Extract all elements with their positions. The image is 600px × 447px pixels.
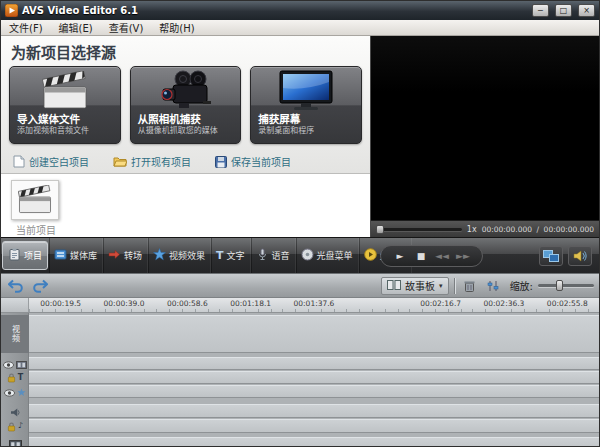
- eye-icon[interactable]: [4, 382, 15, 401]
- video-track-header[interactable]: 视频: [1, 315, 29, 353]
- audio-track-lane[interactable]: [29, 404, 599, 418]
- import-media-button[interactable]: 导入媒体文件 添加视频和音频文件: [9, 66, 121, 144]
- welcome-panel: 为新项目选择源 导入媒体文件 添加视频和音: [1, 36, 371, 237]
- clapperboard-thumbnail: [18, 185, 52, 215]
- preview-screen: [371, 36, 599, 220]
- close-button[interactable]: ×: [578, 4, 595, 17]
- app-icon: [5, 4, 18, 17]
- clapperboard-icon: [17, 69, 113, 113]
- microphone-icon: [256, 248, 269, 263]
- ruler-tick: [346, 298, 409, 312]
- redo-button[interactable]: [30, 277, 49, 295]
- tab-video-effects[interactable]: 视频效果: [148, 238, 211, 273]
- timeline-ruler[interactable]: 00:00:19.5 00:00:39.0 00:00:58.6 00:01:1…: [1, 298, 599, 313]
- tab-transitions[interactable]: 转场: [103, 238, 148, 273]
- title-bar: AVS Video Editor 6.1 ─ □ ×: [1, 1, 599, 20]
- tab-voice[interactable]: 语音: [251, 238, 296, 273]
- seek-slider[interactable]: [376, 228, 462, 231]
- mixer-button[interactable]: [484, 277, 503, 295]
- capture-screen-button[interactable]: 捕获屏幕 录制桌面和程序: [250, 66, 362, 144]
- tab-label: 视频效果: [169, 249, 205, 262]
- current-project-thumbnail[interactable]: [11, 180, 59, 220]
- preview-controls: 1x 00:00:00.000 / 00:00:00.000: [371, 220, 599, 237]
- video-track-lane[interactable]: [29, 315, 599, 353]
- ruler-corner: [1, 298, 29, 312]
- text-track-icon: T: [18, 374, 23, 382]
- tab-label: 光盘菜单: [317, 249, 353, 262]
- prev-frame-button[interactable]: ◄◄: [433, 248, 451, 264]
- ruler-tick: 00:00:39.0: [92, 298, 155, 312]
- tab-label: 媒体库: [70, 249, 97, 262]
- menu-view[interactable]: 查看(V): [101, 20, 152, 35]
- source-label: 捕获屏幕: [258, 113, 354, 125]
- volume-button[interactable]: [568, 246, 592, 266]
- save-project-link[interactable]: 保存当前项目: [215, 154, 291, 169]
- effects-track-lane[interactable]: [29, 385, 599, 398]
- music-track-header[interactable]: ♪: [1, 419, 29, 433]
- tab-text[interactable]: T 文字: [211, 238, 251, 273]
- music-note-icon: ♪: [18, 422, 23, 430]
- effects-track-header[interactable]: [1, 385, 29, 398]
- zoom-slider[interactable]: [538, 284, 594, 287]
- create-blank-project-link[interactable]: 创建空白项目: [13, 154, 89, 169]
- undo-button[interactable]: [6, 277, 25, 295]
- menu-file[interactable]: 文件(F): [1, 20, 51, 35]
- tab-label: 转场: [124, 249, 142, 262]
- track-row: [1, 437, 599, 446]
- timecode-display: 00:00:00.000 / 00:00:00.000: [482, 225, 594, 234]
- separator: [454, 278, 455, 294]
- seek-handle[interactable]: [376, 225, 384, 234]
- mix-track-lane[interactable]: [29, 437, 599, 446]
- current-project-panel: 当前项目: [1, 173, 370, 237]
- camcorder-icon: [138, 69, 234, 113]
- track-row: [1, 404, 599, 418]
- tab-disc-menu[interactable]: 光盘菜单: [296, 238, 359, 273]
- storyboard-toggle[interactable]: 故事板 ▾: [381, 277, 449, 295]
- app-window: AVS Video Editor 6.1 ─ □ × 文件(F) 编辑(E) 查…: [0, 0, 600, 447]
- delete-button[interactable]: [460, 277, 479, 295]
- time-total: 00:00:00.000: [544, 225, 594, 234]
- lock-icon[interactable]: [7, 417, 16, 436]
- track-row: T: [1, 371, 599, 384]
- new-project-icon: [13, 155, 25, 168]
- tab-label: 文字: [227, 249, 245, 262]
- transport-controls: ► ■ ◄◄ ►►: [380, 245, 483, 267]
- text-track-lane[interactable]: [29, 371, 599, 384]
- preview-panel: 1x 00:00:00.000 / 00:00:00.000: [371, 36, 599, 237]
- music-track-lane[interactable]: [29, 419, 599, 433]
- ruler-tick: 00:02:36.3: [472, 298, 535, 312]
- track-row: ♪: [1, 419, 599, 433]
- menu-help[interactable]: 帮助(H): [151, 20, 202, 35]
- track-row: 视频: [1, 315, 599, 353]
- source-subtitle: 添加视频和音频文件: [17, 126, 113, 136]
- mix-track-header[interactable]: [1, 437, 29, 446]
- dual-screen-button[interactable]: [539, 246, 563, 266]
- tab-project[interactable]: 项目: [2, 241, 48, 270]
- ruler-tick: 00:01:18.1: [219, 298, 282, 312]
- mixer-icon: [487, 280, 499, 292]
- zoom-handle[interactable]: [556, 280, 563, 291]
- source-subtitle: 录制桌面和程序: [258, 126, 354, 136]
- current-project-label: 当前项目: [11, 222, 61, 237]
- timeline-toolbar: 故事板 ▾ 缩放:: [1, 273, 599, 298]
- tab-media-library[interactable]: 媒体库: [49, 238, 103, 273]
- open-project-link[interactable]: 打开现有项目: [113, 154, 191, 169]
- main-toolbar: 项目 媒体库 转场 视频效果 T 文字 语音: [1, 237, 599, 273]
- chevron-down-icon: ▾: [439, 282, 443, 290]
- transport-area: ► ■ ◄◄ ►►: [373, 238, 599, 273]
- next-frame-button[interactable]: ►►: [454, 248, 472, 264]
- source-subtitle: 从摄像机抓取您的媒体: [138, 126, 234, 136]
- stop-button[interactable]: ■: [412, 248, 430, 264]
- overlay-track-lane[interactable]: [29, 357, 599, 370]
- redo-icon: [32, 279, 48, 293]
- ruler-tick: 00:01:37.6: [282, 298, 345, 312]
- menu-edit[interactable]: 编辑(E): [51, 20, 101, 35]
- minimize-button[interactable]: ─: [532, 4, 549, 17]
- maximize-button[interactable]: □: [555, 4, 572, 17]
- disc-icon: [301, 248, 314, 263]
- open-folder-icon: [113, 156, 127, 167]
- ruler-ticks: 00:00:19.5 00:00:39.0 00:00:58.6 00:01:1…: [29, 298, 599, 312]
- play-button[interactable]: ►: [391, 248, 409, 264]
- monitor-icon: [258, 69, 354, 113]
- capture-camera-button[interactable]: 从照相机捕获 从摄像机抓取您的媒体: [130, 66, 242, 144]
